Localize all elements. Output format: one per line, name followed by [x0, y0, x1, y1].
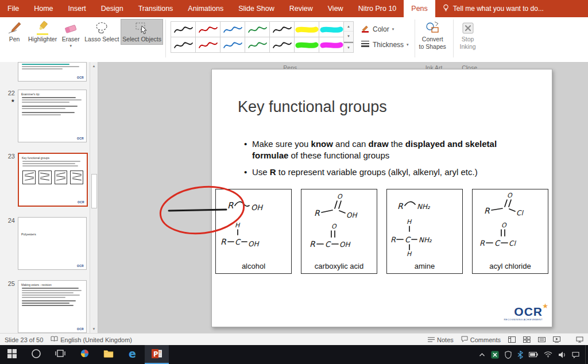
svg-text:OH: OH: [251, 203, 263, 212]
select-objects-button[interactable]: Select Objects: [121, 19, 163, 45]
thumbnail-title: Key functional groups: [22, 156, 84, 160]
tab-view[interactable]: View: [320, 0, 351, 17]
tab-insert[interactable]: Insert: [61, 0, 94, 17]
lasso-select-button[interactable]: Lasso Select: [83, 19, 121, 45]
slide-thumbnail-24[interactable]: Polyesters OCR: [18, 217, 87, 270]
pen-style-14[interactable]: [319, 37, 344, 53]
pen-style-2[interactable]: [196, 22, 220, 37]
pen-style-13[interactable]: [295, 37, 319, 53]
eraser-dropdown-icon[interactable]: ▾: [69, 44, 72, 48]
slideshow-view-button[interactable]: [553, 336, 560, 343]
pen-style-8[interactable]: [171, 37, 196, 53]
pen-style-10[interactable]: [220, 37, 245, 53]
tab-pens[interactable]: Pens: [404, 0, 435, 17]
stop-inking-label-line1: Stop: [462, 36, 474, 43]
scrollbar-up-arrow[interactable]: ▲: [90, 62, 98, 70]
structure-box-carboxylic-acid[interactable]: OROHORCOHcarboxylic acid: [301, 189, 377, 274]
reading-view-button[interactable]: [538, 336, 546, 343]
comments-button[interactable]: Comments: [461, 336, 501, 343]
gallery-scroll-up-button[interactable]: ▲: [344, 22, 353, 32]
search-icon: [31, 348, 41, 361]
thickness-button[interactable]: Thickness ▾: [361, 39, 409, 50]
tab-animations[interactable]: Animations: [180, 0, 231, 17]
slide-thumbnail-partial[interactable]: OCR: [18, 62, 87, 82]
security-shield-icon[interactable]: [505, 351, 512, 359]
ocr-mini-logo: OCR: [77, 264, 84, 268]
tab-file[interactable]: File: [0, 0, 26, 17]
svg-text:R: R: [227, 200, 234, 211]
tab-design[interactable]: Design: [94, 0, 131, 17]
svg-text:O: O: [501, 222, 507, 229]
show-hidden-icons-chevron[interactable]: [479, 353, 485, 357]
wifi-icon[interactable]: [544, 351, 552, 358]
tab-slide-show[interactable]: Slide Show: [231, 0, 282, 17]
bluetooth-icon[interactable]: [517, 351, 523, 359]
thumbnail-scrollbar[interactable]: ▲ ▼: [90, 62, 98, 333]
pen-style-6[interactable]: [295, 22, 319, 37]
thumbnail-structure-boxes: [22, 171, 83, 184]
gallery-more-button[interactable]: ▼: [344, 42, 353, 52]
search-button[interactable]: [24, 345, 48, 364]
pen-style-4[interactable]: [245, 22, 270, 37]
task-view-button[interactable]: [48, 345, 72, 364]
highlighter-label: Highlighter: [28, 36, 57, 43]
paint-app-button[interactable]: [72, 345, 96, 364]
powerpoint-taskbar-button[interactable]: P: [145, 345, 169, 364]
slide-bullets[interactable]: Make sure you know and can draw the disp…: [243, 138, 528, 183]
ribbon-tab-bar: FileHomeInsertDesignTransitionsAnimation…: [0, 0, 588, 17]
svg-text:R: R: [220, 237, 227, 246]
pen-style-12[interactable]: [270, 37, 295, 53]
slide-editing-area[interactable]: Key functional groups Make sure you know…: [211, 69, 552, 327]
structure-box-amine[interactable]: RNH₂HRCNH₂Hamine: [386, 189, 463, 274]
pen-style-11[interactable]: [245, 37, 270, 53]
pen-gallery-scrollbar: ▲ ▼ ▼: [344, 21, 354, 53]
slide-title[interactable]: Key functional groups: [238, 98, 387, 116]
slide-sorter-view-button[interactable]: [523, 336, 531, 343]
thumbnail-row: 23 Key functional groups OCR: [1, 153, 95, 207]
tab-transitions[interactable]: Transitions: [131, 0, 181, 17]
highlighter-button[interactable]: Highlighter: [26, 19, 59, 45]
pen-style-1[interactable]: [171, 22, 196, 37]
pen-button[interactable]: Pen: [2, 19, 26, 45]
tab-home[interactable]: Home: [26, 0, 60, 17]
pen-style-7[interactable]: [319, 22, 344, 37]
tell-me-box[interactable]: Tell me what you want to do...: [435, 0, 551, 17]
fit-slide-to-window-button[interactable]: [576, 336, 583, 343]
action-center-icon[interactable]: [572, 351, 579, 358]
gallery-scroll-down-button[interactable]: ▼: [344, 32, 353, 41]
edge-button[interactable]: e: [121, 345, 145, 364]
stop-inking-button[interactable]: Stop Inking: [456, 19, 480, 52]
color-button[interactable]: Color ▾: [361, 24, 409, 34]
structure-box-acyl-chloride[interactable]: ORClORCClacyl chloride: [472, 189, 548, 274]
svg-text:R: R: [397, 202, 404, 211]
eraser-button[interactable]: Eraser ▾: [59, 19, 83, 49]
slide-thumbnail-23-selected[interactable]: Key functional groups OCR: [18, 153, 88, 207]
pen-style-5[interactable]: [270, 22, 295, 37]
svg-text:C: C: [405, 235, 411, 244]
battery-icon[interactable]: [529, 352, 538, 357]
pen-style-9[interactable]: [196, 37, 220, 53]
slide-bullet: Use R to represent variable groups (alky…: [243, 166, 528, 178]
scrollbar-thumb[interactable]: [91, 174, 97, 208]
normal-view-button[interactable]: [508, 336, 516, 343]
svg-text:Cl: Cl: [516, 209, 524, 217]
eraser-icon: [63, 21, 78, 36]
slide-thumbnail-22[interactable]: Examiner's tip: OCR: [18, 90, 87, 142]
proofing-language-button[interactable]: English (United Kingdom): [51, 336, 132, 343]
tab-review[interactable]: Review: [282, 0, 320, 17]
scrollbar-down-arrow[interactable]: ▼: [90, 325, 98, 333]
ocr-mini-logo: OCR: [77, 76, 84, 79]
file-explorer-button[interactable]: [96, 345, 121, 364]
convert-to-shapes-button[interactable]: Convert to Shapes: [417, 19, 448, 52]
slide-thumbnail-25[interactable]: Making esters - revision OCR: [18, 280, 87, 333]
slide-number: 22: [8, 90, 15, 96]
green-app-tray-icon[interactable]: [491, 351, 499, 359]
volume-icon[interactable]: [558, 351, 566, 358]
structure-box-alcohol[interactable]: ROHHRCOHalcohol: [215, 189, 292, 274]
notes-button[interactable]: Notes: [428, 336, 454, 343]
thickness-dropdown-icon: ▾: [407, 42, 409, 47]
show-desktop-button[interactable]: [585, 345, 588, 364]
start-button[interactable]: [0, 345, 24, 364]
tab-nitro-pro-10[interactable]: Nitro Pro 10: [351, 0, 404, 17]
pen-style-3[interactable]: [220, 22, 245, 37]
